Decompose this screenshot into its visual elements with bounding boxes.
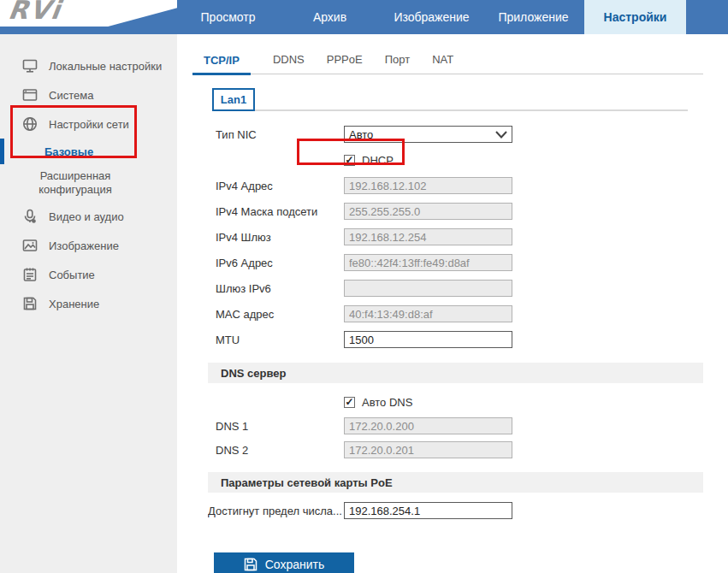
nav-tab-archive[interactable]: Архив — [279, 0, 381, 34]
tab-ddns[interactable]: DDNS — [273, 53, 305, 74]
sidebar-item-network-settings[interactable]: Настройки сети — [0, 109, 177, 139]
nav-tab-application[interactable]: Приложение — [482, 0, 584, 34]
dns2-row: DNS 2 — [216, 438, 703, 462]
page: Просмотр Архив Изображение Приложение На… — [0, 0, 728, 573]
chevron-down-icon — [495, 131, 507, 139]
sidebar-item-local-settings[interactable]: Локальные настройки — [0, 51, 177, 80]
active-item-indicator — [0, 139, 4, 164]
dhcp-row: ✓ DHCP — [192, 147, 703, 173]
sidebar-item-storage[interactable]: Хранение — [0, 289, 177, 318]
dhcp-checkbox[interactable]: ✓ — [344, 155, 355, 166]
dns1-row: DNS 1 — [216, 414, 703, 438]
tcpip-form: Тип NIC Авто ✓ DHCP IPv4 Адрес IPv — [192, 121, 703, 352]
nav-tab-image[interactable]: Изображение — [381, 0, 482, 34]
event-icon — [22, 267, 38, 282]
save-button-label: Сохранить — [265, 558, 325, 571]
sidebar-item-system[interactable]: Система — [0, 80, 177, 109]
nic-type-select[interactable]: Авто — [344, 126, 512, 143]
top-navigation: Просмотр Архив Изображение Приложение На… — [177, 0, 728, 34]
ipv6-address-label: IPv6 Адрес — [216, 257, 344, 269]
sidebar-item-label: Локальные настройки — [49, 60, 162, 73]
tab-port[interactable]: Порт — [385, 53, 410, 74]
mtu-input[interactable] — [344, 331, 512, 348]
auto-dns-checkbox[interactable]: ✓ — [344, 397, 355, 408]
tab-nat[interactable]: NAT — [432, 53, 453, 74]
lan1-tab[interactable]: Lan1 — [212, 88, 255, 111]
mac-address-row: MAC адрес — [216, 301, 703, 327]
poe-limit-row: Достигнут предел числа... — [208, 501, 703, 520]
dns-section-header: DNS сервер — [208, 363, 703, 383]
dns1-label: DNS 1 — [216, 420, 344, 433]
sidebar-item-label: Изображение — [49, 239, 119, 252]
dns2-label: DNS 2 — [216, 444, 344, 457]
tab-pppoe[interactable]: PPPoE — [327, 53, 363, 74]
window-icon — [22, 87, 38, 103]
nav-tab-preview[interactable]: Просмотр — [177, 0, 279, 34]
ipv4-mask-row: IPv4 Маска подсети — [216, 198, 703, 224]
ipv6-address-row: IPv6 Адрес — [216, 250, 703, 275]
storage-icon — [22, 296, 38, 311]
ipv4-gateway-label: IPv4 Шлюз — [216, 231, 344, 244]
ipv4-mask-label: IPv4 Маска подсети — [216, 205, 344, 218]
dhcp-label[interactable]: DHCP — [362, 154, 394, 167]
ipv4-gateway-row: IPv4 Шлюз — [216, 224, 703, 250]
sidebar-subitem-label: Базовые — [44, 145, 93, 158]
sidebar-item-image[interactable]: Изображение — [0, 231, 177, 260]
nic-type-label: Тип NIC — [216, 128, 344, 141]
mac-address-input — [344, 305, 512, 322]
ipv4-gateway-input — [344, 228, 512, 245]
save-floppy-icon — [244, 558, 257, 571]
top-bar: Просмотр Архив Изображение Приложение На… — [0, 0, 728, 34]
poe-limit-input[interactable] — [344, 502, 512, 519]
check-icon: ✓ — [345, 155, 353, 165]
ipv4-address-label: IPv4 Адрес — [216, 180, 344, 192]
dns1-input — [344, 417, 512, 434]
nic-type-value: Авто — [349, 128, 495, 141]
tab-tcpip[interactable]: TCP/IP — [192, 54, 251, 75]
sidebar-item-event[interactable]: Событие — [0, 260, 177, 289]
auto-dns-row: ✓ Авто DNS — [192, 390, 703, 414]
sidebar-item-label: Видео и аудио — [49, 210, 124, 223]
ipv6-gateway-label: Шлюз IPv6 — [216, 282, 344, 295]
ipv4-address-input — [344, 177, 512, 194]
content-area: TCP/IP DDNS PPPoE Порт NAT Lan1 Тип NIC … — [177, 34, 728, 573]
sidebar-subitem-basic[interactable]: Базовые — [0, 139, 177, 164]
globe-icon — [22, 116, 38, 132]
sidebar-item-label: Событие — [49, 269, 95, 281]
microphone-icon — [22, 209, 38, 224]
poe-section-header: Параметры сетевой карты PoE — [208, 472, 703, 493]
image-icon — [22, 238, 38, 253]
monitor-icon — [22, 58, 38, 74]
poe-limit-label: Достигнут предел числа... — [208, 505, 344, 517]
ipv4-mask-input — [344, 203, 512, 220]
sidebar-item-label: Система — [49, 89, 93, 102]
mac-address-label: MAC адрес — [216, 308, 344, 321]
dns-section: ✓ Авто DNS DNS 1 DNS 2 — [192, 390, 703, 462]
auto-dns-label[interactable]: Авто DNS — [362, 396, 412, 409]
mtu-label: MTU — [216, 334, 344, 346]
sidebar-item-label: Настройки сети — [49, 118, 129, 131]
check-icon: ✓ — [345, 397, 353, 407]
lan-tab-baseline — [255, 109, 688, 111]
nav-tab-settings[interactable]: Настройки — [584, 0, 686, 34]
save-button[interactable]: Сохранить — [214, 552, 354, 573]
lan-tab-row: Lan1 — [192, 88, 703, 111]
sidebar-item-label: Хранение — [49, 298, 99, 310]
ipv4-address-row: IPv4 Адрес — [216, 173, 703, 198]
sidebar-subitem-advanced[interactable]: Расширенная конфигурация — [7, 164, 144, 202]
brand-logo: RVi — [7, 0, 64, 25]
sidebar: Локальные настройки Система Настройки се… — [0, 34, 177, 573]
logo-plate: RVi — [0, 0, 177, 27]
mtu-row: MTU — [216, 327, 703, 352]
ipv6-address-input — [344, 254, 512, 271]
content-tabs: TCP/IP DDNS PPPoE Порт NAT — [192, 47, 703, 74]
topbar-filler — [686, 0, 728, 34]
nic-type-row: Тип NIC Авто — [216, 121, 703, 147]
ipv6-gateway-input — [344, 280, 512, 297]
sidebar-item-video-audio[interactable]: Видео и аудио — [0, 202, 177, 231]
dns2-input — [344, 441, 512, 458]
ipv6-gateway-row: Шлюз IPv6 — [216, 275, 703, 301]
